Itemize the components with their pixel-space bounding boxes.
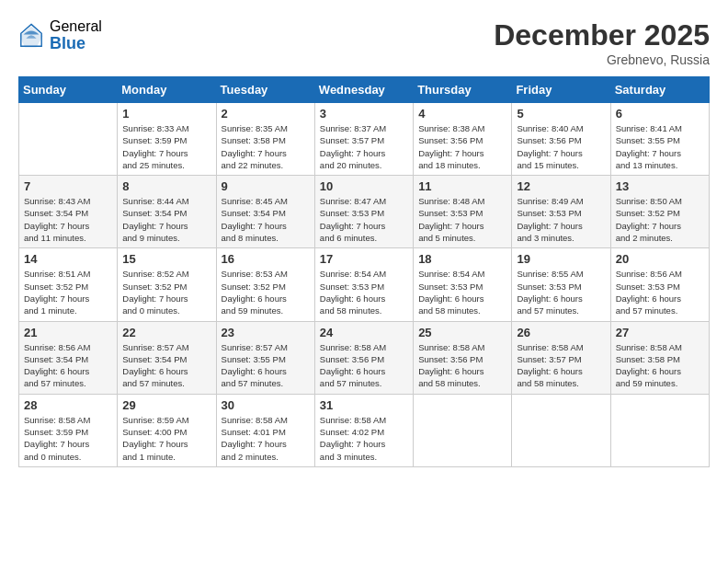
day-number: 13 bbox=[616, 179, 704, 193]
calendar-cell: 1Sunrise: 8:33 AMSunset: 3:59 PMDaylight… bbox=[118, 103, 216, 176]
page-header: General Blue December 2025 Grebnevo, Rus… bbox=[18, 18, 710, 67]
calendar-cell: 15Sunrise: 8:52 AMSunset: 3:52 PMDayligh… bbox=[118, 248, 216, 321]
day-info: Sunrise: 8:40 AMSunset: 3:56 PMDaylight:… bbox=[517, 122, 605, 171]
day-number: 12 bbox=[517, 179, 605, 193]
calendar-cell: 5Sunrise: 8:40 AMSunset: 3:56 PMDaylight… bbox=[512, 103, 610, 176]
day-number: 29 bbox=[122, 398, 210, 412]
calendar-cell: 13Sunrise: 8:50 AMSunset: 3:52 PMDayligh… bbox=[610, 176, 709, 248]
day-info: Sunrise: 8:47 AMSunset: 3:53 PMDaylight:… bbox=[320, 195, 408, 244]
day-info: Sunrise: 8:51 AMSunset: 3:52 PMDaylight:… bbox=[24, 268, 112, 316]
calendar-week-row: 21Sunrise: 8:56 AMSunset: 3:54 PMDayligh… bbox=[19, 321, 710, 394]
day-number: 11 bbox=[418, 179, 506, 193]
day-info: Sunrise: 8:50 AMSunset: 3:52 PMDaylight:… bbox=[616, 195, 704, 244]
calendar-cell: 4Sunrise: 8:38 AMSunset: 3:56 PMDaylight… bbox=[414, 103, 512, 176]
logo-icon bbox=[18, 23, 44, 49]
calendar-cell bbox=[512, 394, 610, 466]
calendar-cell bbox=[610, 394, 709, 466]
day-info: Sunrise: 8:37 AMSunset: 3:57 PMDaylight:… bbox=[320, 122, 408, 171]
day-info: Sunrise: 8:58 AMSunset: 3:58 PMDaylight:… bbox=[616, 341, 704, 390]
day-number: 24 bbox=[320, 326, 408, 339]
calendar-cell bbox=[414, 394, 512, 466]
calendar-cell: 11Sunrise: 8:48 AMSunset: 3:53 PMDayligh… bbox=[414, 176, 512, 248]
calendar-cell: 9Sunrise: 8:45 AMSunset: 3:54 PMDaylight… bbox=[216, 176, 314, 248]
day-info: Sunrise: 8:44 AMSunset: 3:54 PMDaylight:… bbox=[122, 195, 210, 244]
calendar-cell: 18Sunrise: 8:54 AMSunset: 3:53 PMDayligh… bbox=[414, 248, 512, 321]
day-info: Sunrise: 8:58 AMSunset: 3:59 PMDaylight:… bbox=[24, 414, 112, 463]
calendar-cell: 10Sunrise: 8:47 AMSunset: 3:53 PMDayligh… bbox=[314, 176, 413, 248]
day-number: 21 bbox=[24, 326, 112, 339]
day-info: Sunrise: 8:58 AMSunset: 3:57 PMDaylight:… bbox=[517, 341, 605, 390]
day-number: 4 bbox=[418, 107, 506, 121]
day-number: 10 bbox=[320, 179, 408, 193]
logo-text: General Blue bbox=[50, 18, 102, 52]
calendar-cell: 31Sunrise: 8:58 AMSunset: 4:02 PMDayligh… bbox=[314, 394, 413, 466]
calendar-cell: 19Sunrise: 8:55 AMSunset: 3:53 PMDayligh… bbox=[512, 248, 610, 321]
calendar-cell: 20Sunrise: 8:56 AMSunset: 3:53 PMDayligh… bbox=[610, 248, 709, 321]
day-info: Sunrise: 8:57 AMSunset: 3:54 PMDaylight:… bbox=[122, 341, 210, 390]
day-info: Sunrise: 8:59 AMSunset: 4:00 PMDaylight:… bbox=[122, 414, 210, 463]
calendar-cell: 28Sunrise: 8:58 AMSunset: 3:59 PMDayligh… bbox=[19, 394, 118, 466]
day-info: Sunrise: 8:49 AMSunset: 3:53 PMDaylight:… bbox=[517, 195, 605, 244]
day-number: 22 bbox=[122, 326, 210, 339]
day-number: 5 bbox=[517, 107, 605, 121]
day-info: Sunrise: 8:45 AMSunset: 3:54 PMDaylight:… bbox=[222, 195, 310, 244]
day-info: Sunrise: 8:53 AMSunset: 3:52 PMDaylight:… bbox=[222, 268, 310, 316]
calendar-header-row: SundayMondayTuesdayWednesdayThursdayFrid… bbox=[19, 77, 710, 103]
day-number: 27 bbox=[616, 326, 704, 339]
day-info: Sunrise: 8:54 AMSunset: 3:53 PMDaylight:… bbox=[418, 268, 506, 316]
calendar-cell: 12Sunrise: 8:49 AMSunset: 3:53 PMDayligh… bbox=[512, 176, 610, 248]
day-number: 28 bbox=[24, 398, 112, 412]
day-of-week-header: Friday bbox=[512, 77, 610, 103]
day-number: 17 bbox=[320, 252, 408, 266]
calendar-cell: 23Sunrise: 8:57 AMSunset: 3:55 PMDayligh… bbox=[216, 321, 314, 394]
calendar-cell: 7Sunrise: 8:43 AMSunset: 3:54 PMDaylight… bbox=[19, 176, 118, 248]
calendar-cell: 21Sunrise: 8:56 AMSunset: 3:54 PMDayligh… bbox=[19, 321, 118, 394]
location: Grebnevo, Russia bbox=[494, 52, 710, 67]
calendar-cell: 8Sunrise: 8:44 AMSunset: 3:54 PMDaylight… bbox=[118, 176, 216, 248]
calendar-cell: 6Sunrise: 8:41 AMSunset: 3:55 PMDaylight… bbox=[610, 103, 709, 176]
day-of-week-header: Sunday bbox=[19, 77, 118, 103]
day-info: Sunrise: 8:56 AMSunset: 3:54 PMDaylight:… bbox=[24, 341, 112, 390]
calendar-cell bbox=[19, 103, 118, 176]
day-of-week-header: Tuesday bbox=[216, 77, 314, 103]
day-number: 14 bbox=[24, 252, 112, 266]
calendar-cell: 22Sunrise: 8:57 AMSunset: 3:54 PMDayligh… bbox=[118, 321, 216, 394]
calendar-week-row: 28Sunrise: 8:58 AMSunset: 3:59 PMDayligh… bbox=[19, 394, 710, 466]
day-of-week-header: Saturday bbox=[610, 77, 709, 103]
day-number: 19 bbox=[517, 252, 605, 266]
day-number: 23 bbox=[222, 326, 310, 339]
day-number: 20 bbox=[616, 252, 704, 266]
calendar-cell: 30Sunrise: 8:58 AMSunset: 4:01 PMDayligh… bbox=[216, 394, 314, 466]
day-info: Sunrise: 8:54 AMSunset: 3:53 PMDaylight:… bbox=[320, 268, 408, 316]
day-info: Sunrise: 8:48 AMSunset: 3:53 PMDaylight:… bbox=[418, 195, 506, 244]
day-number: 8 bbox=[122, 179, 210, 193]
calendar-cell: 14Sunrise: 8:51 AMSunset: 3:52 PMDayligh… bbox=[19, 248, 118, 321]
day-info: Sunrise: 8:43 AMSunset: 3:54 PMDaylight:… bbox=[24, 195, 112, 244]
day-number: 7 bbox=[24, 179, 112, 193]
calendar-cell: 17Sunrise: 8:54 AMSunset: 3:53 PMDayligh… bbox=[314, 248, 413, 321]
calendar-cell: 26Sunrise: 8:58 AMSunset: 3:57 PMDayligh… bbox=[512, 321, 610, 394]
day-info: Sunrise: 8:57 AMSunset: 3:55 PMDaylight:… bbox=[222, 341, 310, 390]
day-info: Sunrise: 8:35 AMSunset: 3:58 PMDaylight:… bbox=[222, 122, 310, 171]
day-number: 2 bbox=[222, 107, 310, 121]
calendar-week-row: 7Sunrise: 8:43 AMSunset: 3:54 PMDaylight… bbox=[19, 176, 710, 248]
calendar-cell: 29Sunrise: 8:59 AMSunset: 4:00 PMDayligh… bbox=[118, 394, 216, 466]
day-info: Sunrise: 8:58 AMSunset: 4:02 PMDaylight:… bbox=[320, 414, 408, 463]
logo: General Blue bbox=[18, 18, 102, 52]
calendar-table: SundayMondayTuesdayWednesdayThursdayFrid… bbox=[18, 76, 710, 467]
day-info: Sunrise: 8:58 AMSunset: 3:56 PMDaylight:… bbox=[418, 341, 506, 390]
day-of-week-header: Monday bbox=[118, 77, 216, 103]
logo-general: General bbox=[50, 18, 102, 35]
day-number: 1 bbox=[122, 107, 210, 121]
day-number: 31 bbox=[320, 398, 408, 412]
month-title: December 2025 bbox=[494, 18, 710, 52]
day-number: 30 bbox=[222, 398, 310, 412]
day-number: 16 bbox=[222, 252, 310, 266]
day-info: Sunrise: 8:58 AMSunset: 4:01 PMDaylight:… bbox=[222, 414, 310, 463]
calendar-cell: 16Sunrise: 8:53 AMSunset: 3:52 PMDayligh… bbox=[216, 248, 314, 321]
day-info: Sunrise: 8:58 AMSunset: 3:56 PMDaylight:… bbox=[320, 341, 408, 390]
day-info: Sunrise: 8:56 AMSunset: 3:53 PMDaylight:… bbox=[616, 268, 704, 316]
day-info: Sunrise: 8:38 AMSunset: 3:56 PMDaylight:… bbox=[418, 122, 506, 171]
day-number: 15 bbox=[122, 252, 210, 266]
day-number: 9 bbox=[222, 179, 310, 193]
